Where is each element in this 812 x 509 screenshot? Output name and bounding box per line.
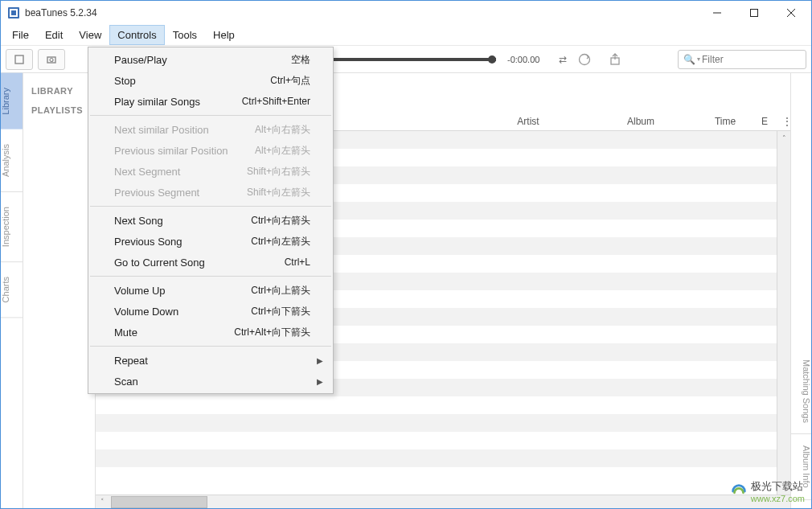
left-sidebar-tabs: Library Analysis Inspection Charts: [1, 73, 23, 508]
menu-item-label: Volume Up: [114, 285, 166, 297]
share-button[interactable]: [605, 49, 625, 70]
titlebar: beaTunes 5.2.34: [1, 1, 811, 25]
menubar: File Edit View Controls Tools Help: [1, 25, 811, 46]
tool-button-1[interactable]: [6, 49, 33, 70]
time-remaining: -0:00.00: [507, 55, 551, 64]
scroll-thumb[interactable]: [111, 496, 207, 508]
menu-item-next-song[interactable]: Next SongCtrl+向右箭头: [88, 210, 333, 231]
menu-item-label: Go to Current Song: [114, 257, 205, 269]
svg-point-10: [580, 54, 590, 64]
navigation-column: LIBRARY PLAYLISTS: [23, 73, 96, 508]
column-more[interactable]: ⋮: [774, 116, 790, 127]
menu-item-shortcut: Alt+向左箭头: [255, 144, 310, 158]
svg-rect-4: [751, 10, 758, 17]
menu-item-volume-up[interactable]: Volume UpCtrl+向上箭头: [88, 280, 333, 301]
menu-item-label: Previous similar Position: [114, 145, 228, 157]
shuffle-icon[interactable]: ⇄: [559, 54, 567, 65]
submenu-arrow-icon: ▶: [317, 356, 323, 365]
menu-item-shortcut: Shift+向右箭头: [247, 165, 310, 179]
menu-item-label: Scan: [114, 376, 138, 388]
menu-item-label: Previous Song: [114, 236, 182, 248]
menu-item-pause-play[interactable]: Pause/Play空格: [88, 49, 333, 70]
menu-view[interactable]: View: [71, 25, 109, 45]
menu-item-volume-down[interactable]: Volume DownCtrl+向下箭头: [88, 301, 333, 322]
tool-button-2[interactable]: [38, 49, 65, 70]
table-row[interactable]: [96, 467, 790, 485]
svg-rect-7: [15, 55, 23, 64]
menu-item-previous-segment: Previous SegmentShift+向左箭头: [88, 182, 333, 203]
close-button[interactable]: [773, 1, 810, 25]
table-row[interactable]: [96, 449, 790, 467]
menu-item-label: Previous Segment: [114, 187, 199, 199]
menu-item-next-segment: Next SegmentShift+向右箭头: [88, 161, 333, 182]
submenu-arrow-icon: ▶: [317, 377, 323, 386]
menu-item-label: Pause/Play: [114, 54, 167, 66]
filter-input[interactable]: [702, 54, 812, 65]
menu-tools[interactable]: Tools: [165, 25, 205, 45]
search-icon: 🔍: [683, 54, 695, 65]
tab-album-info[interactable]: Album Info: [791, 434, 811, 500]
window-controls: [699, 1, 810, 25]
app-icon: [7, 6, 20, 19]
menu-separator: [90, 206, 331, 207]
table-row[interactable]: [96, 414, 790, 432]
menu-item-label: Next similar Position: [114, 124, 209, 136]
tab-inspection[interactable]: Inspection: [1, 192, 23, 262]
menu-separator: [90, 276, 331, 277]
menu-item-previous-similar-position: Previous similar PositionAlt+向左箭头: [88, 140, 333, 161]
column-e[interactable]: E: [753, 116, 774, 127]
nav-playlists[interactable]: PLAYLISTS: [23, 101, 95, 120]
tab-charts[interactable]: Charts: [1, 262, 23, 318]
menu-controls[interactable]: Controls: [109, 25, 164, 45]
menu-item-shortcut: Ctrl+Alt+向下箭头: [234, 326, 310, 339]
menu-item-play-similar-songs[interactable]: Play similar SongsCtrl+Shift+Enter: [88, 91, 333, 112]
menu-file[interactable]: File: [4, 25, 37, 45]
maximize-button[interactable]: [736, 1, 773, 25]
menu-item-repeat[interactable]: Repeat▶: [88, 350, 333, 371]
minimize-button[interactable]: [699, 1, 736, 25]
menu-item-scan[interactable]: Scan▶: [88, 371, 333, 392]
menu-item-stop[interactable]: StopCtrl+句点: [88, 70, 333, 91]
menu-item-shortcut: Alt+向右箭头: [255, 123, 310, 137]
menu-item-label: Mute: [114, 326, 137, 339]
menu-item-shortcut: Ctrl+Shift+Enter: [242, 96, 310, 107]
scroll-left-icon[interactable]: ˂: [96, 495, 109, 509]
menu-item-label: Repeat: [114, 355, 148, 367]
column-album[interactable]: Album: [584, 116, 697, 127]
right-sidebar-tabs: Matching Songs Album Info: [790, 73, 811, 508]
tab-analysis[interactable]: Analysis: [1, 129, 23, 192]
menu-item-mute[interactable]: MuteCtrl+Alt+向下箭头: [88, 322, 333, 343]
table-row[interactable]: [96, 396, 790, 414]
menu-item-label: Next Segment: [114, 166, 180, 178]
playhead-icon[interactable]: [488, 55, 496, 64]
controls-dropdown: Pause/Play空格StopCtrl+句点Play similar Song…: [88, 47, 334, 394]
vertical-scrollbar[interactable]: ˄: [777, 131, 790, 495]
menu-item-shortcut: Shift+向左箭头: [247, 186, 310, 199]
menu-item-shortcut: Ctrl+句点: [270, 74, 310, 88]
svg-rect-2: [11, 10, 16, 15]
tab-matching-songs[interactable]: Matching Songs: [791, 348, 811, 435]
scroll-up-icon[interactable]: ˄: [777, 131, 791, 145]
horizontal-scrollbar[interactable]: ˂: [96, 495, 790, 508]
menu-item-shortcut: Ctrl+向左箭头: [251, 235, 310, 248]
menu-help[interactable]: Help: [205, 25, 243, 45]
menu-item-previous-song[interactable]: Previous SongCtrl+向左箭头: [88, 231, 333, 252]
column-artist[interactable]: Artist: [472, 116, 584, 127]
menu-separator: [90, 115, 331, 116]
menu-item-label: Next Song: [114, 215, 163, 227]
menu-item-label: Volume Down: [114, 306, 178, 318]
table-row[interactable]: [96, 432, 790, 449]
menu-edit[interactable]: Edit: [37, 25, 71, 45]
menu-item-shortcut: Ctrl+L: [285, 257, 310, 268]
menu-item-go-to-current-song[interactable]: Go to Current SongCtrl+L: [88, 252, 333, 273]
menu-item-shortcut: 空格: [291, 53, 310, 67]
menu-separator: [90, 346, 331, 347]
chevron-down-icon[interactable]: ▾: [697, 55, 700, 63]
filter-search[interactable]: 🔍▾: [678, 50, 806, 69]
nav-library[interactable]: LIBRARY: [23, 81, 95, 101]
tab-library[interactable]: Library: [1, 73, 23, 129]
menu-item-next-similar-position: Next similar PositionAlt+向右箭头: [88, 119, 333, 140]
svg-point-9: [50, 58, 53, 61]
repeat-button[interactable]: [574, 49, 595, 70]
column-time[interactable]: Time: [697, 116, 753, 127]
